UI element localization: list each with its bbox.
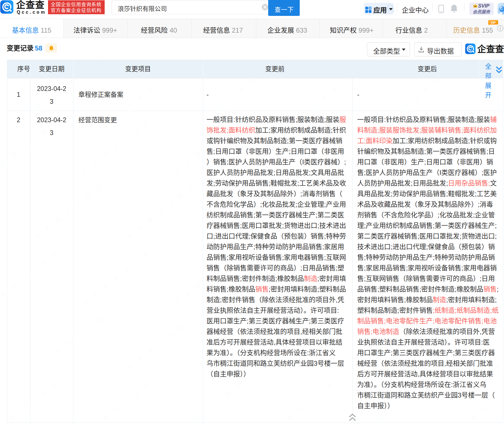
svg-text:VIP: VIP xyxy=(491,21,496,24)
